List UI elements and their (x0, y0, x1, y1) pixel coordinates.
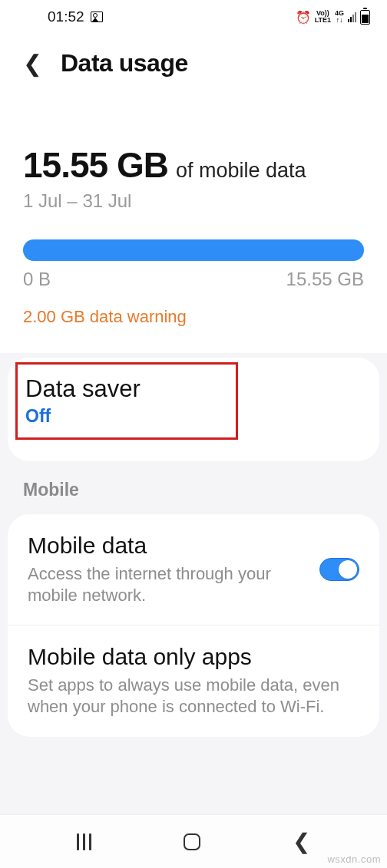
mobile-only-desc: Set apps to always use mobile data, even… (28, 675, 359, 718)
data-warning[interactable]: 2.00 GB data warning (23, 307, 364, 345)
mobile-data-toggle[interactable] (319, 558, 359, 581)
watermark: wsxdn.com (327, 853, 381, 865)
volte-indicator: Vo)) LTE1 (315, 10, 331, 24)
status-right: ⏰ Vo)) LTE1 4G ↑↓ (296, 10, 370, 25)
status-left: 01:52 (48, 8, 103, 25)
mobile-only-title: Mobile data only apps (28, 644, 359, 670)
page-title: Data usage (61, 49, 188, 78)
status-bar: 01:52 ⏰ Vo)) LTE1 4G ↑↓ (0, 0, 387, 34)
nav-home-button[interactable] (184, 833, 200, 850)
mobile-data-title: Mobile data (28, 533, 306, 559)
usage-suffix: of mobile data (176, 159, 306, 183)
mobile-settings-card: Mobile data Access the internet through … (8, 514, 379, 737)
mobile-data-only-apps-row[interactable]: Mobile data only apps Set apps to always… (8, 625, 379, 736)
data-saver-highlight: Data saver Off (15, 362, 238, 440)
nav-recents-button[interactable] (77, 833, 91, 850)
usage-min-label: 0 B (23, 269, 51, 290)
4g-indicator: 4G ↑↓ (335, 10, 344, 24)
alarm-icon: ⏰ (296, 10, 311, 25)
app-bar: ❮ Data usage (0, 34, 387, 98)
mobile-data-desc: Access the internet through your mobile … (28, 563, 306, 606)
content-scroll[interactable]: 15.55 GB of mobile data 1 Jul – 31 Jul 0… (0, 98, 387, 737)
usage-max-label: 15.55 GB (286, 269, 364, 290)
back-button[interactable]: ❮ (23, 50, 42, 77)
usage-date-range[interactable]: 1 Jul – 31 Jul (23, 190, 364, 212)
battery-icon (360, 10, 370, 25)
picture-icon (91, 12, 103, 22)
data-saver-title: Data saver (25, 375, 225, 403)
mobile-data-row[interactable]: Mobile data Access the internet through … (8, 514, 379, 625)
data-saver-card[interactable]: Data saver Off (8, 358, 379, 461)
usage-amount: 15.55 GB (23, 144, 168, 186)
usage-summary: 15.55 GB of mobile data 1 Jul – 31 Jul 0… (0, 98, 387, 353)
data-saver-status: Off (25, 406, 225, 427)
section-header-mobile: Mobile (0, 461, 387, 503)
clock: 01:52 (48, 8, 84, 25)
usage-progress-bar[interactable] (23, 239, 364, 261)
signal-icon (348, 12, 356, 22)
nav-back-button[interactable]: ❮ (293, 829, 310, 854)
